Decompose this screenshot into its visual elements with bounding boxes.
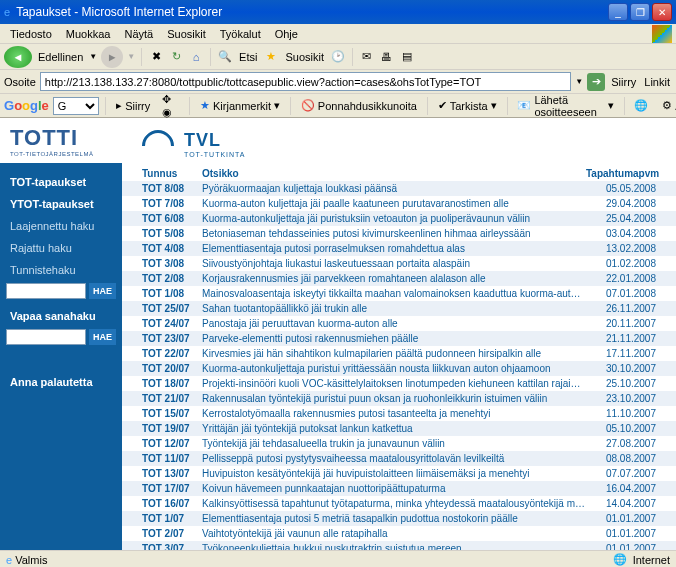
google-logo[interactable]: Google	[4, 98, 49, 113]
favorites-label[interactable]: Suosikit	[283, 51, 326, 63]
menu-item[interactable]: Ohje	[269, 26, 304, 42]
th-otsikko[interactable]: Otsikko	[202, 168, 586, 179]
table-row[interactable]: TOT 23/07Parveke-elementti putosi rakenn…	[122, 331, 676, 346]
cell-otsikko[interactable]: Kuorma-autonkuljettaja puristui yrittäes…	[202, 362, 586, 375]
cell-otsikko[interactable]: Projekti-insinööri kuoli VOC-käsittelyla…	[202, 377, 586, 390]
cell-tunnus[interactable]: TOT 3/07	[142, 542, 202, 550]
cell-tunnus[interactable]: TOT 1/07	[142, 512, 202, 525]
search-label[interactable]: Etsi	[237, 51, 259, 63]
cell-tunnus[interactable]: TOT 13/07	[142, 467, 202, 480]
cell-tunnus[interactable]: TOT 15/07	[142, 407, 202, 420]
address-input[interactable]	[40, 72, 572, 91]
table-row[interactable]: TOT 5/08Betoniaseman tehdasseinies putos…	[122, 226, 676, 241]
cell-tunnus[interactable]: TOT 3/08	[142, 257, 202, 270]
close-button[interactable]: ✕	[652, 3, 672, 21]
cell-otsikko[interactable]: Pellisseppä putosi pystytysvaiheessa maa…	[202, 452, 586, 465]
menu-item[interactable]: Näytä	[118, 26, 159, 42]
table-row[interactable]: TOT 3/07Työkoneenkuljettaja hukkui pusku…	[122, 541, 676, 550]
cell-tunnus[interactable]: TOT 6/08	[142, 212, 202, 225]
table-row[interactable]: TOT 21/07Rakennusalan työntekijä puristu…	[122, 391, 676, 406]
cell-otsikko[interactable]: Korjausrakennusmies jäi parvekkeen romah…	[202, 272, 586, 285]
gbar-extra[interactable]: 🌐	[630, 98, 652, 113]
address-dropdown-icon[interactable]: ▼	[575, 77, 583, 86]
cell-tunnus[interactable]: TOT 11/07	[142, 452, 202, 465]
cell-otsikko[interactable]: Työntekijä jäi tehdasalueella trukin ja …	[202, 437, 586, 450]
th-pvm[interactable]: Tapahtumapvm	[586, 168, 656, 179]
cell-tunnus[interactable]: TOT 16/07	[142, 497, 202, 510]
windows-logo-icon[interactable]	[652, 25, 672, 43]
history-icon[interactable]: 🕑	[330, 49, 346, 65]
table-row[interactable]: TOT 11/07Pellisseppä putosi pystytysvaih…	[122, 451, 676, 466]
cell-otsikko[interactable]: Mainosvaloasentaja iskeytyi tikkailta ma…	[202, 287, 586, 300]
table-row[interactable]: TOT 20/07Kuorma-autonkuljettaja puristui…	[122, 361, 676, 376]
table-row[interactable]: TOT 12/07Työntekijä jäi tehdasalueella t…	[122, 436, 676, 451]
back-button[interactable]: ◄	[4, 46, 32, 68]
gbar-ok[interactable]: ✥ ◉	[158, 92, 183, 120]
gbar-popup[interactable]: 🚫 Ponnahdusikkunoita	[297, 98, 421, 113]
cell-tunnus[interactable]: TOT 2/08	[142, 272, 202, 285]
cell-otsikko[interactable]: Elementtiasentaja putosi porraselmuksen …	[202, 242, 586, 255]
cell-otsikko[interactable]: Elementtiasentaja putosi 5 metriä tasapa…	[202, 512, 586, 525]
cell-tunnus[interactable]: TOT 4/08	[142, 242, 202, 255]
hae-button-1[interactable]: HAE	[89, 283, 116, 299]
th-tunnus[interactable]: Tunnus	[142, 168, 202, 179]
cell-tunnus[interactable]: TOT 24/07	[142, 317, 202, 330]
cell-otsikko[interactable]: Rakennusalan työntekijä puristui puun ok…	[202, 392, 586, 405]
table-row[interactable]: TOT 4/08Elementtiasentaja putosi porrase…	[122, 241, 676, 256]
table-row[interactable]: TOT 2/08Korjausrakennusmies jäi parvekke…	[122, 271, 676, 286]
cell-otsikko[interactable]: Betoniaseman tehdasseinies putosi kivimu…	[202, 227, 586, 240]
cell-otsikko[interactable]: Panostaja jäi peruuttavan kuorma-auton a…	[202, 317, 586, 330]
vapaa-input[interactable]	[6, 329, 86, 345]
gbar-check[interactable]: ✔ Tarkista ▾	[434, 98, 501, 113]
cell-otsikko[interactable]: Siivoustyönjohtaja liukastui laskeutuess…	[202, 257, 586, 270]
sidebar-item[interactable]: Rajattu haku	[0, 237, 122, 259]
table-row[interactable]: TOT 2/07Vaihtotyöntekijä jäi vaunun alle…	[122, 526, 676, 541]
favorites-icon[interactable]: ★	[263, 49, 279, 65]
table-row[interactable]: TOT 6/08Kuorma-autonkuljettaja jäi puris…	[122, 211, 676, 226]
back-dropdown-icon[interactable]: ▼	[89, 52, 97, 61]
cell-otsikko[interactable]: Työkoneenkuljettaja hukkui puskutraktrin…	[202, 542, 586, 550]
gbar-send[interactable]: 📧 Lähetä osoitteeseen ▾	[513, 93, 617, 119]
cell-tunnus[interactable]: TOT 12/07	[142, 437, 202, 450]
print-icon[interactable]: 🖶	[379, 49, 395, 65]
stop-icon[interactable]: ✖	[148, 49, 164, 65]
table-row[interactable]: TOT 24/07Panostaja jäi peruuttavan kuorm…	[122, 316, 676, 331]
cell-tunnus[interactable]: TOT 19/07	[142, 422, 202, 435]
table-row[interactable]: TOT 15/07Kerrostalotyömaalla rakennusmie…	[122, 406, 676, 421]
cell-otsikko[interactable]: Yrittäjän jäi työntekijä putoksat lankun…	[202, 422, 586, 435]
cell-tunnus[interactable]: TOT 23/07	[142, 332, 202, 345]
menu-item[interactable]: Tiedosto	[4, 26, 58, 42]
table-row[interactable]: TOT 16/07Kalkinsyöttisessä tapahtunut ty…	[122, 496, 676, 511]
table-row[interactable]: TOT 7/08Kuorma-auton kuljettaja jäi paal…	[122, 196, 676, 211]
table-row[interactable]: TOT 25/07Sahan tuotantopäällikkö jäi tru…	[122, 301, 676, 316]
table-row[interactable]: TOT 19/07Yrittäjän jäi työntekijä putoks…	[122, 421, 676, 436]
sidebar-item[interactable]: Tunnistehaku	[0, 259, 122, 281]
menu-item[interactable]: Muokkaa	[60, 26, 117, 42]
sidebar-item[interactable]: Laajennettu haku	[0, 215, 122, 237]
table-row[interactable]: TOT 1/07Elementtiasentaja putosi 5 metri…	[122, 511, 676, 526]
cell-tunnus[interactable]: TOT 18/07	[142, 377, 202, 390]
cell-tunnus[interactable]: TOT 7/08	[142, 197, 202, 210]
cell-otsikko[interactable]: Sahan tuotantopäällikkö jäi trukin alle	[202, 302, 586, 315]
cell-tunnus[interactable]: TOT 17/07	[142, 482, 202, 495]
edit-icon[interactable]: ▤	[399, 49, 415, 65]
cell-tunnus[interactable]: TOT 22/07	[142, 347, 202, 360]
google-search-select[interactable]: G	[53, 97, 100, 115]
cell-otsikko[interactable]: Pyöräkuormaajan kuljettaja loukkasi pään…	[202, 182, 586, 195]
cell-otsikko[interactable]: Kirvesmies jäi hän sihahtikon kulmapilar…	[202, 347, 586, 360]
cell-tunnus[interactable]: TOT 1/08	[142, 287, 202, 300]
maximize-button[interactable]: ❐	[630, 3, 650, 21]
minimize-button[interactable]: _	[608, 3, 628, 21]
refresh-icon[interactable]: ↻	[168, 49, 184, 65]
cell-otsikko[interactable]: Vaihtotyöntekijä jäi vaunun alle ratapih…	[202, 527, 586, 540]
go-button[interactable]: ➔	[587, 73, 605, 91]
table-row[interactable]: TOT 3/08Siivoustyönjohtaja liukastui las…	[122, 256, 676, 271]
table-row[interactable]: TOT 13/07Huvipuiston kesätyöntekijä jäi …	[122, 466, 676, 481]
table-row[interactable]: TOT 17/07Koivun hävemeen punnkaatajan nu…	[122, 481, 676, 496]
sidebar-item[interactable]: TOT-tapaukset	[0, 171, 122, 193]
gbar-siirry[interactable]: ▸ Siirry	[112, 98, 154, 113]
sidebar-item[interactable]: YTOT-tapaukset	[0, 193, 122, 215]
cell-otsikko[interactable]: Kalkinsyöttisessä tapahtunut työtapaturm…	[202, 497, 586, 510]
table-row[interactable]: TOT 18/07Projekti-insinööri kuoli VOC-kä…	[122, 376, 676, 391]
cell-otsikko[interactable]: Huvipuiston kesätyöntekijä jäi huvipuist…	[202, 467, 586, 480]
